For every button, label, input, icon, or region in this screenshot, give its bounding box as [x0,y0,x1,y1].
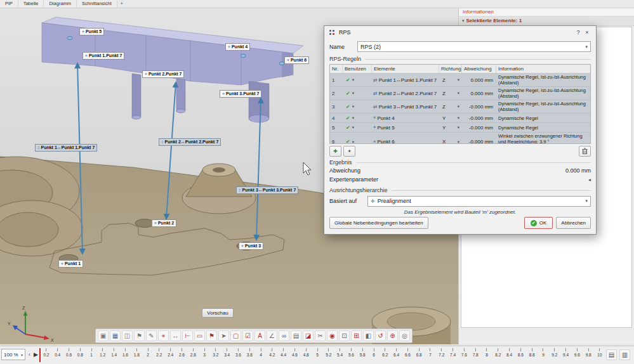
point-label[interactable]: ⌖ Punkt 3.Punkt 7 [220,90,261,98]
timeline-ruler[interactable]: 0.2 0.4 0.6 0.8 [41,348,605,363]
note-icon[interactable]: ✎ [146,330,157,341]
cancel-button[interactable]: Abbrechen [556,217,591,229]
highlight-icon[interactable]: ◪ [303,330,314,341]
timeline-tick: 1 [86,348,97,363]
info-line1: Dynamische Regel, Ist-zu-Ist-Ausrichtung… [498,88,588,99]
distance-label[interactable]: ↕ Punkt 1↔Punkt 1.Punkt 7 [35,144,97,152]
help-icon[interactable]: ? [574,29,583,36]
use-dropdown[interactable]: ✔ ▾ [343,125,372,131]
direction-dropdown[interactable]: Y ▾ [439,125,462,131]
snapshot-icon[interactable]: ▣ [98,330,109,341]
table-row[interactable]: 4 ✔ ▾ ⌖ Punkt 4 Y ▾ [330,114,590,123]
direction-dropdown[interactable]: Z ▾ [439,91,462,96]
tick-value: 9.2 [551,353,557,357]
col-benutzen[interactable]: Benutzen [343,65,372,73]
selected-elements-header[interactable]: ▾ Selektierte Elemente: 1 [459,16,634,26]
caliper-icon[interactable]: ⊢ [182,330,193,341]
check-flag-icon[interactable]: ⚑ [206,330,217,341]
point-label[interactable]: ⌖ Punkt 2 [152,219,176,227]
point-icon[interactable]: ⌖ [158,330,169,341]
direction-dropdown[interactable]: Y ▾ [439,115,462,121]
timeline-tick: 2.6 [176,348,188,363]
point-label[interactable]: ⌖ Punkt 3 [239,242,263,250]
point-label[interactable]: ⌖ Punkt 5 [79,28,104,36]
col-elemente[interactable]: Elemente [372,65,439,73]
point-label-text: Punkt 2 [158,220,174,226]
link-icon[interactable]: ∞ [279,330,289,341]
col-nr[interactable]: Nr. [330,65,343,73]
use-dropdown[interactable]: ✔ ▾ [343,77,372,83]
checkbox-icon[interactable]: ☑ [242,330,253,341]
camera-icon[interactable]: ◎ [399,330,410,341]
table-row[interactable]: 2 ✔ ▾ ⇄ Punkt 2↔Punkt 2.Punkt 7 Z [330,87,590,100]
preview-button[interactable]: Vorschau [202,308,234,318]
table-icon[interactable]: ▦ [110,330,121,341]
tab-tabelle[interactable]: Tabelle [18,0,44,8]
deviation-value: -0.000 mm [462,139,496,144]
color-icon[interactable]: ◉ [327,330,338,341]
tab-schnittansicht[interactable]: Schnittansicht [77,0,117,8]
point-label[interactable]: ⌖ Punkt 1 [58,260,83,268]
cut-icon[interactable]: ✂ [315,330,326,341]
stamp-icon[interactable]: ⊡ [339,330,350,341]
pip-icon[interactable]: ◫ [122,330,133,341]
dialog-titlebar[interactable]: RPS ? × [324,26,596,39]
point-label[interactable]: ⌖ Punkt 1.Punkt 7 [83,52,124,60]
section-divider [392,190,591,191]
informationen-link[interactable]: Informationen [459,8,634,16]
add-view-tab-button[interactable]: + [117,0,126,8]
assignment-note: Das Ergebniselement wird Bauteil 'm' zug… [329,209,591,215]
auto-rules-button[interactable]: ✦ [343,146,355,157]
col-abweichung[interactable]: Abweichung [462,65,496,73]
play-button[interactable]: ▶ [32,349,39,360]
table-row[interactable]: 6 ✔ ▾ ⌖ Punkt 6 X ▾ [330,133,590,144]
log-icon[interactable]: ▥ [619,349,630,360]
col-information[interactable]: Information [496,65,590,73]
distance-label[interactable]: ↕ Punkt 2↔Punkt 2.Punkt 7 [159,138,221,146]
use-dropdown[interactable]: ✔ ▾ [343,104,372,110]
plus-icon: ✚ [333,148,338,154]
close-icon[interactable]: × [583,29,591,36]
use-dropdown[interactable]: ✔ ▾ [343,91,372,96]
add-rule-button[interactable]: ✚ [329,146,341,157]
table-row[interactable]: 1 ✔ ▾ ⇄ Punkt 1↔Punkt 1.Punkt 7 Z [330,74,590,87]
distance-icon[interactable]: ↔ [170,330,181,341]
report-page-icon[interactable]: ▤ [606,349,617,360]
text-label-icon[interactable]: A [254,330,265,341]
timeline-tick: 6 [368,348,380,363]
rectangle-icon[interactable]: ▢ [230,330,241,341]
arrow-annotation-icon[interactable]: ➤ [218,330,229,341]
delete-rule-button[interactable] [579,146,591,157]
deviation-label-icon[interactable]: ▭ [194,330,205,341]
use-dropdown[interactable]: ✔ ▾ [343,115,372,121]
table-row[interactable]: 5 ✔ ▾ ⌖ Punkt 5 Y ▾ [330,123,590,133]
distance-label[interactable]: ↕ Punkt 3↔Punkt 3.Punkt 7 [236,186,298,194]
point-label[interactable]: ⌖ Punkt 4 [225,43,250,51]
zoom-dropdown[interactable]: 100 % ▾ [1,349,25,360]
global-constraints-button[interactable]: Globale Nebenbedingungen bearbeiten [329,217,428,229]
angle-icon[interactable]: ∠ [267,330,277,341]
tab-diagramm[interactable]: Diagramm [44,0,77,8]
table-row[interactable]: 3 ✔ ▾ ⇄ Punkt 3↔Punkt 3.Punkt 7 Z [330,100,590,114]
clipboard-icon[interactable]: ▤ [291,330,301,341]
tab-pip[interactable]: PiP [0,0,18,8]
based-on-combobox[interactable]: ✛ Prealignment ▾ [367,196,591,207]
direction-dropdown[interactable]: X ▾ [439,139,462,144]
chart-icon[interactable]: ◧ [363,330,374,341]
refresh-icon[interactable]: ↺ [375,330,386,341]
col-richtung[interactable]: Richtung [439,65,462,73]
flag-icon[interactable]: ⚑ [134,330,145,341]
use-dropdown[interactable]: ✔ ▾ [343,139,372,144]
ok-button[interactable]: ✔ OK [524,217,553,229]
point-label[interactable]: ⌖ Punkt 2.Punkt 7 [142,70,184,78]
grid-icon[interactable]: ⊞ [351,330,362,341]
target-icon[interactable]: ⊕ [387,330,398,341]
alignment-icon: ✛ [371,198,375,204]
expert-parameters-expander[interactable]: Expertenparameter ◂ [329,175,591,184]
tick-mark [114,348,114,351]
name-combobox[interactable]: RPS (2) ▾ [357,41,591,52]
direction-dropdown[interactable]: Z ▾ [439,104,462,110]
point-label[interactable]: ⌖ Punkt 6 [284,56,309,64]
direction-value: Y [442,115,446,121]
direction-dropdown[interactable]: Z ▾ [439,77,462,83]
